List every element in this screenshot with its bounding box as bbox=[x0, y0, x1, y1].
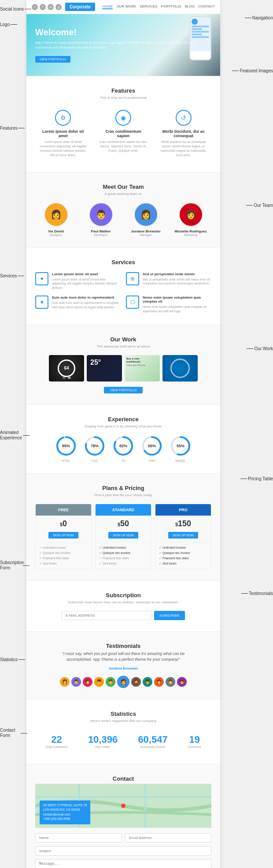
pricing-standard-feat-4: Sed lorem bbox=[99, 561, 148, 566]
work-item-2[interactable]: 25° bbox=[87, 355, 122, 382]
pricing-free-btn[interactable]: SIGN UP NOW bbox=[48, 532, 78, 539]
pricing-grid: FREE $0 SIGN UP NOW Unlimited Invoice Qu… bbox=[35, 504, 211, 569]
hero-text: Welcome! App Theme is super powerful too… bbox=[35, 27, 211, 63]
feature-icon-1: ⚙ bbox=[55, 110, 71, 126]
pricing-pro-btn[interactable]: SIGN UP NOW bbox=[168, 532, 198, 539]
exp-label-2: CSS bbox=[84, 459, 106, 462]
exp-circle-1: 95% bbox=[55, 435, 77, 457]
contact-message-textarea[interactable] bbox=[35, 859, 211, 868]
team-avatar-4: 👩 bbox=[179, 202, 203, 227]
facebook-icon[interactable]: f bbox=[40, 4, 46, 10]
contact-section: Contact 45 WEST CYPRESS, SUITE 25LOS ANG… bbox=[26, 764, 220, 868]
feature-title-3: Morbi tincidunt, dui ac consequat bbox=[159, 129, 208, 138]
stat-item-2: 10,396 Hot Coffee bbox=[88, 734, 118, 748]
t-avatar-4[interactable]: 👦 bbox=[94, 677, 104, 687]
google-plus-icon[interactable]: g bbox=[55, 4, 62, 10]
exp-item-5: 55% MySQL bbox=[170, 435, 192, 462]
nav-home[interactable]: HOME bbox=[102, 4, 113, 9]
nav-our-work[interactable]: OUR WORK bbox=[116, 4, 136, 9]
annotation-featured-images: Featured Images bbox=[232, 68, 273, 73]
experience-subtitle: Display how good it is by showing what y… bbox=[35, 424, 211, 428]
exp-item-4: 65% PHP bbox=[141, 435, 163, 462]
subscription-title: Subscription bbox=[35, 592, 211, 599]
t-avatar-11[interactable]: 👧 bbox=[177, 677, 187, 687]
pricing-free-feat-1: Unlimited Invoice bbox=[39, 545, 88, 550]
t-avatar-9[interactable]: 👩 bbox=[154, 677, 164, 687]
experience-grid: 95% HTML 78% CSS bbox=[35, 435, 211, 462]
feature-text-3: Morbi tincidunt dui ac consequat ipsum. … bbox=[159, 140, 208, 157]
feature-text-1: Lorem ipsum dolor sit amet consectetur a… bbox=[39, 140, 88, 157]
team-member-2: 👨 Paul Walker Developer bbox=[80, 202, 122, 236]
nav-portfolio[interactable]: PORTFOLIO bbox=[161, 4, 181, 9]
work-section: Our Work The awesome stuff we're all abo… bbox=[26, 325, 220, 404]
service-item-3: ★ Duis aute irure dolor in reprehenderit… bbox=[35, 296, 121, 314]
annotation-features: Features bbox=[0, 126, 25, 131]
annotation-statistics: Statistics bbox=[0, 657, 25, 662]
t-avatar-3[interactable]: 👩 bbox=[83, 677, 92, 687]
team-role-2: Developer bbox=[80, 233, 122, 236]
team-avatar-2: 👨 bbox=[89, 202, 113, 227]
features-grid: ⚙ Lorem ipsum dolor sit amet Lorem ipsum… bbox=[35, 106, 211, 161]
service-title-1: Lorem ipsum dolor sit amet bbox=[52, 272, 121, 276]
stat-label-1: Total Customers bbox=[45, 745, 68, 748]
hero-cta-button[interactable]: VIEW PORTFOLIO bbox=[35, 56, 70, 63]
annotation-subscription-form: Subscription Form bbox=[0, 560, 30, 571]
t-avatar-1[interactable]: 👩 bbox=[60, 677, 70, 687]
pricing-pro: PRO $150 SIGN UP NOW Unlimited Invoice Q… bbox=[155, 504, 211, 569]
t-avatar-5[interactable]: 👨 bbox=[106, 677, 115, 687]
feature-title-2: Cras condimentum sapien bbox=[99, 129, 148, 138]
feature-item-3: ↺ Morbi tincidunt, dui ac consequat Morb… bbox=[155, 106, 211, 161]
work-item-3[interactable]: Buy a newtoothbrushClick the Picture bbox=[125, 355, 160, 382]
hero-title: Welcome! bbox=[35, 27, 211, 37]
twitter-icon[interactable]: t bbox=[32, 4, 38, 10]
team-member-3: 👩 Jordane Brewster Manager bbox=[125, 202, 166, 236]
subscription-form: SUBSCRIBE bbox=[62, 611, 185, 620]
pricing-standard-feat-1: Unlimited Invoice bbox=[99, 545, 148, 550]
nav-contact[interactable]: CONTACT bbox=[198, 4, 215, 9]
subscription-submit-button[interactable]: SUBSCRIBE bbox=[154, 611, 185, 620]
page-wrapper: t f in g Corporate HOME OUR WORK SERVICE… bbox=[0, 0, 273, 868]
pricing-standard-feat-2: Quisque nec invoice bbox=[99, 550, 148, 556]
t-avatar-8[interactable]: 👧 bbox=[143, 677, 152, 687]
map-address-text: 45 WEST CYPRESS, SUITE 25LOS ANGELES, CA… bbox=[43, 803, 87, 822]
annotation-navigation: Navigation bbox=[245, 15, 273, 20]
team-member-1: 👩 Vie David Designer bbox=[35, 202, 77, 236]
team-member-4: 👩 Michelle Rodriguez Marketing bbox=[170, 202, 211, 236]
contact-name-input[interactable] bbox=[35, 833, 122, 842]
annotation-our-team: Our Team bbox=[246, 203, 273, 208]
annotation-logo: Logo bbox=[0, 22, 17, 27]
t-avatar-2[interactable]: 👨 bbox=[71, 677, 81, 687]
stat-number-2: 10,396 bbox=[88, 734, 118, 745]
work-item-4[interactable] bbox=[162, 355, 198, 382]
t-avatar-6-active[interactable]: 👩 bbox=[117, 676, 129, 688]
exp-circle-4: 65% bbox=[141, 435, 163, 457]
team-avatar-placeholder-3: 👩 bbox=[135, 203, 157, 226]
feature-item-2: ◉ Cras condimentum sapien Cras condiment… bbox=[96, 106, 151, 161]
statistics-section: Statistics Here's what's happened with o… bbox=[26, 700, 220, 764]
stat-item-1: 22 Total Customers bbox=[45, 734, 68, 748]
exp-item-2: 78% CSS bbox=[84, 435, 106, 462]
nav-logo[interactable]: Corporate bbox=[65, 3, 95, 11]
nav-services[interactable]: SERVICES bbox=[140, 4, 157, 9]
subscription-email-input[interactable] bbox=[62, 611, 151, 620]
linkedin-icon[interactable]: in bbox=[48, 4, 54, 10]
service-text-4: Nemo enim ipsam voluptatem quia voluptas… bbox=[143, 296, 211, 314]
team-title: Meet Our Team bbox=[35, 183, 211, 190]
t-avatar-7[interactable]: 🧔 bbox=[131, 677, 141, 687]
team-subtitle: A great working team is: bbox=[35, 192, 211, 196]
team-name-3: Jordane Brewster bbox=[125, 229, 166, 233]
features-section: Features This is why we're professional … bbox=[26, 76, 220, 172]
work-item-1[interactable]: 64 ◎ ☁ bbox=[49, 355, 84, 382]
service-title-3: Duis aute irure dolor in reprehenderit bbox=[52, 296, 121, 299]
subscription-section: Subscription Subscribe now! Never miss o… bbox=[26, 581, 220, 631]
statistics-title: Statistics bbox=[35, 711, 211, 717]
work-portfolio-button[interactable]: VIEW PORTFOLIO bbox=[104, 387, 143, 393]
t-avatar-10[interactable]: 👨 bbox=[166, 677, 175, 687]
nav-blog[interactable]: BLOG bbox=[185, 4, 195, 9]
phone-avatar bbox=[192, 19, 198, 25]
site-content: t f in g Corporate HOME OUR WORK SERVICE… bbox=[26, 0, 220, 868]
contact-map: 45 WEST CYPRESS, SUITE 25LOS ANGELES, CA… bbox=[35, 784, 211, 828]
pricing-standard-btn[interactable]: SIGN UP NOW bbox=[108, 532, 138, 539]
contact-subject-input[interactable] bbox=[35, 846, 211, 856]
contact-email-input[interactable] bbox=[125, 833, 211, 842]
